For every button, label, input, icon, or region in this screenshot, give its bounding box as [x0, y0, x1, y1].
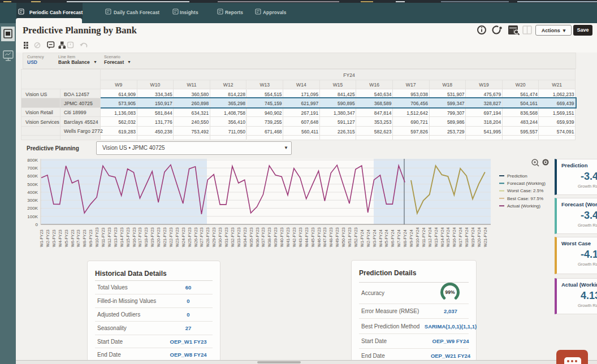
- svg-text:W38-FY23: W38-FY23: [267, 227, 272, 247]
- svg-text:W3-FY23: W3-FY23: [51, 229, 57, 247]
- svg-text:W28-FY23: W28-FY23: [205, 227, 210, 247]
- svg-text:W25-FY23: W25-FY23: [187, 227, 192, 247]
- svg-text:Best Case: 97.5%: Best Case: 97.5%: [507, 196, 543, 201]
- svg-text:W48-FY23: W48-FY23: [328, 227, 334, 247]
- svg-text:Prediction: Prediction: [507, 174, 527, 179]
- svg-text:W20-FY23: W20-FY23: [156, 227, 161, 247]
- svg-text:W20-FY24: W20-FY24: [477, 227, 482, 247]
- svg-text:Actual (Working): Actual (Working): [507, 203, 540, 209]
- svg-text:W8-FY23: W8-FY23: [82, 229, 87, 247]
- svg-text:W17-FY24: W17-FY24: [458, 227, 463, 247]
- svg-text:W39-FY23: W39-FY23: [273, 227, 278, 247]
- svg-text:W21-FY23: W21-FY23: [162, 227, 167, 247]
- svg-text:0: 0: [36, 222, 38, 227]
- svg-text:W37-FY23: W37-FY23: [261, 227, 266, 247]
- svg-text:W30-FY23: W30-FY23: [218, 227, 223, 247]
- svg-text:W2-FY23: W2-FY23: [45, 229, 50, 247]
- svg-text:W40-FY23: W40-FY23: [279, 227, 284, 247]
- svg-text:W36-FY23: W36-FY23: [255, 227, 260, 247]
- svg-text:W18-FY24: W18-FY24: [464, 227, 469, 247]
- svg-text:W42-FY23: W42-FY23: [292, 227, 297, 247]
- svg-text:W19-FY23: W19-FY23: [150, 227, 155, 247]
- svg-text:W19-FY24: W19-FY24: [470, 227, 475, 247]
- svg-text:W33-FY23: W33-FY23: [236, 227, 241, 247]
- svg-text:W12-FY24: W12-FY24: [427, 227, 432, 247]
- svg-text:600K: 600K: [27, 174, 38, 179]
- svg-text:W8-FY24: W8-FY24: [403, 229, 408, 247]
- svg-text:W10-FY23: W10-FY23: [94, 227, 100, 247]
- svg-text:W2-FY24: W2-FY24: [366, 229, 371, 247]
- svg-text:W1-FY23: W1-FY23: [39, 229, 44, 247]
- svg-text:Worst Case: 2.5%: Worst Case: 2.5%: [507, 188, 543, 193]
- svg-text:700K: 700K: [27, 166, 38, 171]
- svg-text:W44-FY23: W44-FY23: [304, 227, 309, 247]
- svg-text:W17-FY23: W17-FY23: [137, 227, 142, 247]
- svg-text:W15-FY24: W15-FY24: [445, 227, 451, 247]
- svg-text:200K: 200K: [27, 206, 38, 211]
- svg-text:W29-FY23: W29-FY23: [211, 227, 217, 247]
- svg-text:W26-FY23: W26-FY23: [193, 227, 198, 247]
- svg-text:800K: 800K: [27, 158, 38, 163]
- svg-text:99%: 99%: [445, 289, 455, 295]
- svg-text:W7-FY24: W7-FY24: [396, 229, 401, 247]
- svg-text:W34-FY23: W34-FY23: [243, 227, 248, 247]
- svg-text:W23-FY23: W23-FY23: [175, 227, 180, 247]
- svg-text:W15-FY23: W15-FY23: [126, 227, 131, 247]
- svg-text:W12-FY23: W12-FY23: [107, 227, 112, 247]
- svg-text:W9-FY23: W9-FY23: [88, 229, 93, 247]
- svg-text:W11-FY23: W11-FY23: [101, 228, 106, 247]
- svg-text:W24-FY23: W24-FY23: [181, 227, 186, 247]
- svg-text:W11-FY24: W11-FY24: [421, 228, 426, 247]
- svg-text:W14-FY23: W14-FY23: [119, 227, 124, 247]
- svg-text:W5-FY24: W5-FY24: [384, 229, 389, 247]
- svg-text:300K: 300K: [27, 198, 38, 203]
- svg-text:W52-FY23: W52-FY23: [353, 227, 358, 247]
- svg-text:W6-FY24: W6-FY24: [390, 229, 395, 247]
- svg-text:400K: 400K: [27, 190, 38, 195]
- svg-text:W31-FY23: W31-FY23: [224, 227, 229, 247]
- svg-text:W4-FY23: W4-FY23: [58, 229, 63, 247]
- svg-text:W16-FY24: W16-FY24: [452, 227, 457, 247]
- svg-text:W49-FY23: W49-FY23: [335, 227, 340, 247]
- svg-text:W35-FY23: W35-FY23: [249, 227, 254, 247]
- svg-text:W9-FY24: W9-FY24: [409, 229, 414, 247]
- svg-text:W5-FY23: W5-FY23: [64, 229, 69, 247]
- svg-text:W22-FY23: W22-FY23: [168, 227, 174, 247]
- svg-text:W14-FY24: W14-FY24: [440, 227, 445, 247]
- svg-text:W43-FY23: W43-FY23: [298, 227, 303, 247]
- svg-text:500K: 500K: [27, 182, 38, 187]
- svg-text:W51-FY23: W51-FY23: [347, 227, 352, 247]
- svg-text:W6-FY23: W6-FY23: [70, 229, 75, 247]
- svg-text:W3-FY24: W3-FY24: [372, 229, 377, 247]
- svg-text:W7-FY23: W7-FY23: [76, 229, 81, 247]
- svg-text:W18-FY23: W18-FY23: [144, 227, 149, 247]
- svg-text:W45-FY23: W45-FY23: [310, 227, 315, 247]
- svg-text:W10-FY24: W10-FY24: [415, 227, 420, 247]
- svg-text:W4-FY24: W4-FY24: [378, 229, 383, 247]
- svg-text:W21-FY24: W21-FY24: [483, 227, 488, 247]
- svg-text:W16-FY23: W16-FY23: [132, 227, 137, 247]
- svg-text:W41-FY23: W41-FY23: [285, 227, 291, 247]
- svg-text:W13-FY23: W13-FY23: [113, 227, 118, 247]
- svg-text:W46-FY23: W46-FY23: [317, 227, 322, 247]
- svg-text:W27-FY23: W27-FY23: [199, 227, 204, 247]
- svg-text:W1-FY24: W1-FY24: [360, 229, 365, 247]
- svg-text:W32-FY23: W32-FY23: [230, 227, 235, 247]
- svg-text:W13-FY24: W13-FY24: [434, 227, 439, 247]
- svg-text:W47-FY23: W47-FY23: [322, 227, 327, 247]
- svg-text:Forecast (Working): Forecast (Working): [507, 181, 546, 186]
- svg-text:100K: 100K: [27, 214, 38, 219]
- svg-text:W50-FY23: W50-FY23: [341, 227, 346, 247]
